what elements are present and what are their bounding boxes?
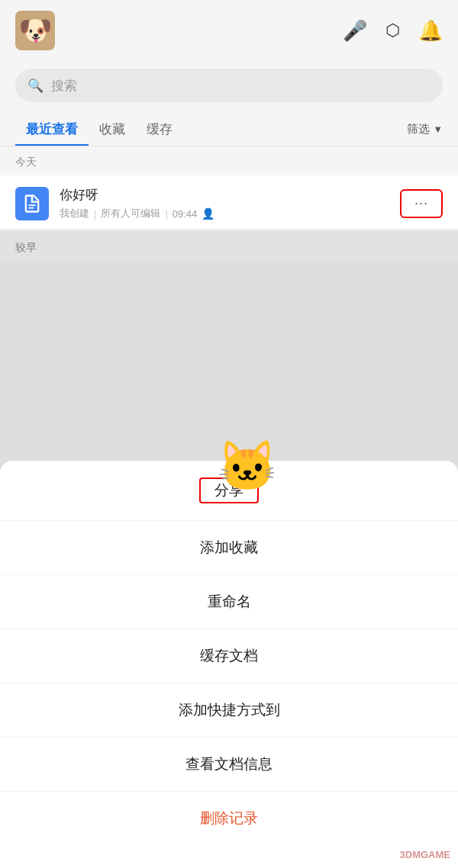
filter-icon: ▼ [433,124,443,135]
doc-meta-time: 09:44 [173,208,198,220]
share-highlight-label: 分享 [199,477,259,503]
bottom-sheet-add-shortcut[interactable]: 添加快捷方式到 [0,683,458,738]
mic-icon[interactable]: 🎤 [343,19,367,43]
doc-info: 你好呀 我创建 | 所有人可编辑 | 09:44 👤 [60,186,400,220]
search-bar: 🔍 搜索 [0,61,458,113]
bottom-sheet-rename[interactable]: 重命名 [0,575,458,629]
tab-recent[interactable]: 最近查看 [15,113,89,146]
document-item: 你好呀 我创建 | 所有人可编辑 | 09:44 👤 ··· [0,175,458,232]
bottom-sheet-doc-info[interactable]: 查看文档信息 [0,738,458,792]
filter-label: 筛选 [407,122,430,137]
doc-title: 你好呀 [60,186,400,204]
avatar-emoji: 🐶 [15,11,55,50]
doc-file-icon [21,193,43,214]
bottom-sheet-delete[interactable]: 删除记录 [0,792,458,845]
doc-meta-permission: 所有人可编辑 [101,207,160,220]
app-bar: 🐶 🎤 ⬡ 🔔 [0,0,458,61]
svg-rect-1 [28,207,34,208]
separator1: | [94,208,96,220]
separator2: | [165,208,167,220]
search-icon: 🔍 [27,78,44,94]
app-bar-icons: 🎤 ⬡ 🔔 [343,19,443,43]
doc-meta-share-icon: 👤 [202,207,214,220]
watermark: 3DMGAME [400,849,450,860]
doc-more-button[interactable]: ··· [400,189,443,218]
doc-icon [15,187,49,220]
filter-button[interactable]: 筛选 ▼ [407,122,443,137]
bell-icon[interactable]: 🔔 [418,19,443,43]
bottom-sheet-share[interactable]: 分享 [0,461,458,521]
cast-icon[interactable]: ⬡ [385,21,400,40]
bottom-sheet-cache[interactable]: 缓存文档 [0,629,458,683]
doc-meta-creator: 我创建 [60,207,89,220]
bottom-sheet-add-favorite[interactable]: 添加收藏 [0,521,458,575]
tabs-row: 最近查看 收藏 缓存 筛选 ▼ [0,113,458,146]
tab-favorites[interactable]: 收藏 [89,113,136,146]
search-input-field[interactable]: 🔍 搜索 [15,69,443,102]
section-today-label: 今天 [0,146,458,175]
search-placeholder-text: 搜索 [51,77,77,95]
doc-more-dots: ··· [414,195,428,211]
doc-meta: 我创建 | 所有人可编辑 | 09:44 👤 [60,207,400,220]
bottom-sheet: 🐱 分享 添加收藏 重命名 缓存文档 添加快捷方式到 查看文档信息 删除记录 [0,461,458,868]
svg-rect-0 [28,204,35,206]
avatar[interactable]: 🐶 [15,11,55,50]
tab-cache[interactable]: 缓存 [136,113,183,146]
